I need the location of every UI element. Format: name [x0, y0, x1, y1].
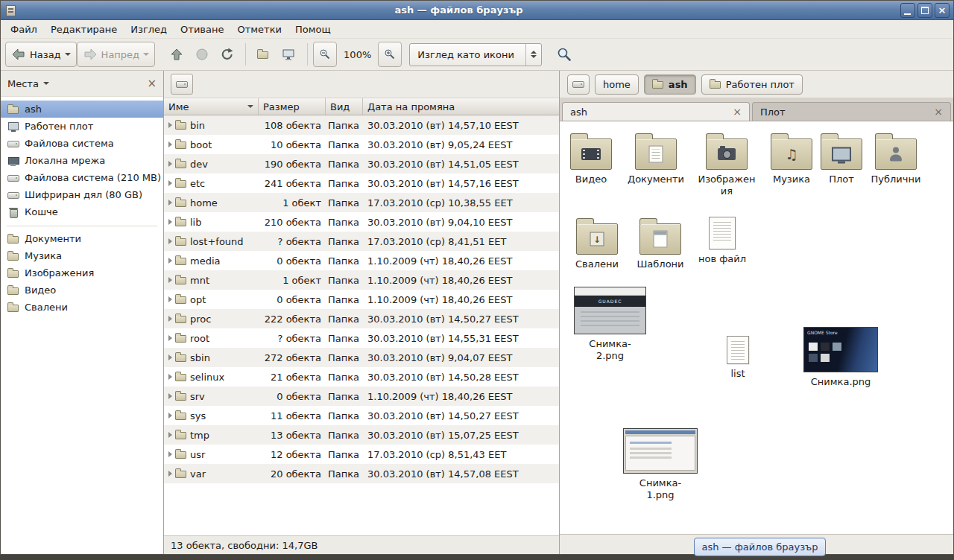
file-snimka-1[interactable]: Снимка-1.png [622, 428, 698, 500]
computer-button[interactable] [275, 42, 302, 67]
tree-row[interactable]: home 1 обект Папка 17.03.2010 (ср) 10,38… [164, 193, 559, 212]
column-header-size[interactable]: Размер [259, 98, 326, 115]
menu-item[interactable]: Изглед [124, 22, 174, 37]
titlebar[interactable]: ash — файлов браузър [1, 1, 953, 20]
menu-item[interactable]: Файл [4, 22, 44, 37]
folder-downloads[interactable]: Свалени [567, 217, 627, 270]
menu-item[interactable]: Отметки [230, 22, 288, 37]
icon-view[interactable]: Видео Документи Изображения Музика [560, 121, 953, 535]
sidebar-item[interactable]: Файлова система (210 MB) [1, 169, 163, 186]
column-header-kind[interactable]: Вид [326, 98, 363, 115]
reload-button[interactable] [215, 42, 240, 67]
view-mode-select[interactable]: Изглед като икони [409, 43, 542, 66]
folder-video[interactable]: Видео [561, 132, 621, 185]
tree-row[interactable]: sys 11 обекта Папка 30.03.2010 (вт) 14,5… [164, 406, 559, 425]
file-snimka-2[interactable]: GUADEC Снимка-2.png [573, 287, 647, 361]
folder-templates[interactable]: Шаблони [631, 217, 690, 270]
expander-icon[interactable] [168, 200, 172, 206]
expander-icon[interactable] [168, 393, 172, 399]
expander-icon[interactable] [168, 374, 172, 380]
expander-icon[interactable] [168, 335, 172, 341]
expander-icon[interactable] [168, 432, 172, 438]
sidebar-item[interactable]: Файлова система [1, 135, 163, 152]
back-dropdown-icon[interactable] [65, 53, 71, 56]
folder-documents[interactable]: Документи [622, 132, 689, 185]
sidebar-item[interactable]: Локална мрежа [1, 152, 163, 169]
expander-icon[interactable] [168, 161, 172, 167]
column-header-name[interactable]: Име [164, 98, 259, 115]
expander-icon[interactable] [168, 122, 172, 128]
folder-public[interactable]: Публични [866, 132, 926, 185]
forward-button[interactable]: Напред [77, 42, 155, 67]
sidebar-item[interactable]: Свалени [1, 299, 163, 316]
tab-close-icon[interactable] [934, 106, 943, 117]
sidebar-title[interactable]: Места [7, 78, 39, 89]
column-header-date[interactable]: Дата на промяна [363, 98, 559, 115]
home-button[interactable] [251, 42, 275, 67]
zoom-in-button[interactable] [378, 42, 402, 67]
sidebar-close-button[interactable] [147, 78, 157, 89]
tab-plot[interactable]: Плот [752, 102, 951, 121]
tree-row[interactable]: etc 241 обекта Папка 30.03.2010 (вт) 14,… [164, 174, 559, 193]
sidebar-item[interactable]: Документи [1, 230, 163, 247]
expander-icon[interactable] [168, 180, 172, 186]
tree-row[interactable]: lost+found ? обекта Папка 17.03.2010 (ср… [164, 232, 559, 251]
menu-item[interactable]: Помощ [288, 22, 338, 37]
expander-icon[interactable] [168, 451, 172, 457]
path-button-home[interactable]: home [595, 74, 639, 95]
tree-row[interactable]: tmp 13 обекта Папка 30.03.2010 (вт) 15,0… [164, 425, 559, 445]
sidebar-item[interactable]: ash [1, 101, 163, 118]
tree-row[interactable]: media 0 обекта Папка 1.10.2009 (чт) 18,4… [164, 251, 559, 270]
file-snimka[interactable]: GNOME Store Снимка.png [803, 327, 879, 388]
tree-row[interactable]: sbin 272 обекта Папка 30.03.2010 (вт) 9,… [164, 348, 559, 367]
tab-ash[interactable]: ash [562, 102, 750, 121]
filesystem-root-button[interactable] [171, 74, 193, 95]
tree-row[interactable]: dev 190 обекта Папка 30.03.2010 (вт) 14,… [164, 154, 559, 174]
sidebar-item[interactable]: Изображения [1, 264, 163, 281]
combo-arrows-icon[interactable] [525, 44, 541, 66]
tree-row[interactable]: proc 222 обекта Папка 30.03.2010 (вт) 14… [164, 309, 559, 328]
tab-close-icon[interactable] [733, 106, 742, 117]
close-button[interactable] [935, 3, 950, 18]
forward-dropdown-icon[interactable] [143, 53, 149, 56]
tree-row[interactable]: var 20 обекта Папка 30.03.2010 (вт) 14,5… [164, 464, 559, 483]
expander-icon[interactable] [168, 277, 172, 283]
tree-row[interactable]: mnt 1 обект Папка 1.10.2009 (чт) 18,40,2… [164, 270, 559, 290]
tree-row[interactable]: boot 10 обекта Папка 30.03.2010 (вт) 9,0… [164, 135, 559, 154]
menu-item[interactable]: Редактиране [44, 22, 124, 37]
menu-item[interactable]: Отиване [174, 22, 230, 37]
search-button[interactable] [551, 42, 578, 67]
expander-icon[interactable] [168, 141, 172, 147]
sidebar-item[interactable]: Шифриран дял (80 GB) [1, 186, 163, 203]
up-button[interactable] [164, 42, 189, 67]
tree-row[interactable]: opt 0 обекта Папка 1.10.2009 (чт) 18,40,… [164, 290, 559, 309]
folder-desktop[interactable]: Плот [812, 132, 871, 185]
expander-icon[interactable] [168, 413, 172, 419]
sidebar-item[interactable]: Работен плот [1, 118, 163, 135]
sidebar-item[interactable]: Видео [1, 281, 163, 299]
expander-icon[interactable] [168, 316, 172, 322]
file-new-file[interactable]: нов файл [692, 217, 752, 265]
expander-icon[interactable] [168, 471, 172, 477]
sidebar-dropdown-icon[interactable] [43, 82, 49, 85]
sidebar-item[interactable]: Кошче [1, 203, 163, 220]
filesystem-root-button[interactable] [567, 74, 590, 95]
stop-button[interactable] [189, 42, 215, 67]
expander-icon[interactable] [168, 296, 172, 302]
taskbar-window-button[interactable]: ash — файлов браузър [694, 538, 826, 556]
expander-icon[interactable] [168, 258, 172, 264]
expander-icon[interactable] [168, 238, 172, 244]
tree-row[interactable]: root ? обекта Папка 30.03.2010 (вт) 14,5… [164, 328, 559, 348]
minimize-button[interactable] [900, 3, 915, 18]
expander-icon[interactable] [168, 354, 172, 360]
tree-row[interactable]: srv 0 обекта Папка 1.10.2009 (чт) 18,40,… [164, 386, 559, 406]
back-button[interactable]: Назад [5, 42, 77, 67]
sidebar-item[interactable]: Музика [1, 247, 163, 264]
zoom-out-button[interactable] [313, 42, 337, 67]
file-list[interactable]: list [713, 336, 762, 380]
expander-icon[interactable] [168, 219, 172, 225]
tree-row[interactable]: lib 210 обекта Папка 30.03.2010 (вт) 9,0… [164, 212, 559, 232]
tree-row[interactable]: selinux 21 обекта Папка 30.03.2010 (вт) … [164, 367, 559, 386]
maximize-button[interactable] [917, 3, 932, 18]
path-button-ash[interactable]: ash [644, 74, 696, 95]
